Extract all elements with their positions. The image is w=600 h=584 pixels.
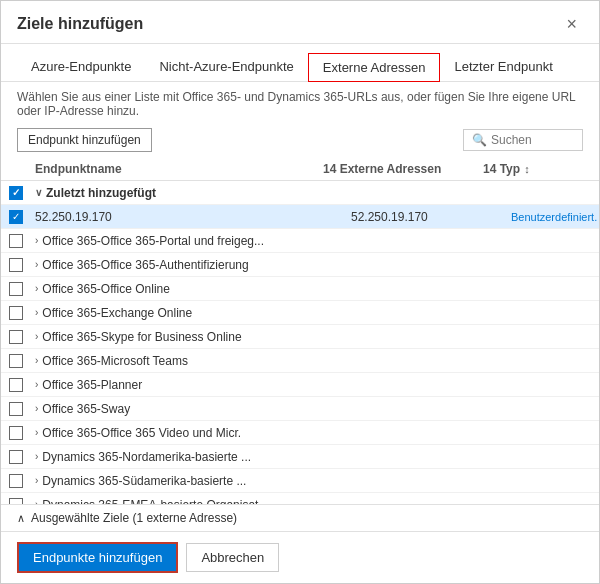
- row-name: › Office 365-Microsoft Teams: [35, 354, 351, 368]
- row-name: › Office 365-Planner: [35, 378, 351, 392]
- list-item[interactable]: › Office 365-Office 365 Video und Micr.: [1, 421, 599, 445]
- table-header: Endpunktname 14 Externe Adressen 14 Typ …: [1, 158, 599, 181]
- close-button[interactable]: ×: [560, 13, 583, 35]
- list-item[interactable]: › Office 365-Office 365-Authentifizierun…: [1, 253, 599, 277]
- chevron-icon: ›: [35, 355, 38, 366]
- row-name: › Dynamics 365-Nordamerika-basierte ...: [35, 450, 351, 464]
- search-input[interactable]: [491, 133, 571, 147]
- list-item[interactable]: › Office 365-Sway: [1, 397, 599, 421]
- row-name: › Office 365-Office 365-Portal und freig…: [35, 234, 351, 248]
- chevron-icon: ›: [35, 331, 38, 342]
- chevron-icon: ›: [35, 475, 38, 486]
- row-name: › Office 365-Office Online: [35, 282, 351, 296]
- chevron-icon: ›: [35, 379, 38, 390]
- tabs-row: Azure-Endpunkte Nicht-Azure-Endpunkte Ex…: [1, 44, 599, 82]
- list-item[interactable]: › Office 365-Planner: [1, 373, 599, 397]
- description-text: Wählen Sie aus einer Liste mit Office 36…: [1, 82, 599, 124]
- checkbox-row1[interactable]: ✓: [9, 210, 23, 224]
- checkbox-row6[interactable]: [9, 330, 23, 344]
- list-item[interactable]: › Office 365-Skype for Business Online: [1, 325, 599, 349]
- search-icon: 🔍: [472, 133, 487, 147]
- dialog-actions: Endpunkte hinzufügen Abbrechen: [1, 532, 599, 583]
- confirm-button[interactable]: Endpunkte hinzufügen: [17, 542, 178, 573]
- checkbox-row5[interactable]: [9, 306, 23, 320]
- tab-extern[interactable]: Externe Adressen: [308, 53, 441, 82]
- list-item[interactable]: › Dynamics 365-Südamerika-basierte ...: [1, 469, 599, 493]
- footer-selected[interactable]: ∧ Ausgewählte Ziele (1 externe Adresse): [1, 505, 599, 532]
- checkbox-group1[interactable]: ✓: [9, 186, 23, 200]
- checkbox-row2[interactable]: [9, 234, 23, 248]
- row-name: › Office 365-Office 365 Video und Micr.: [35, 426, 351, 440]
- add-endpoint-button-toolbar[interactable]: Endpunkt hinzufügen: [17, 128, 152, 152]
- col-name-header: Endpunktname: [35, 162, 323, 176]
- list-item[interactable]: › Office 365-Exchange Online: [1, 301, 599, 325]
- checkbox-row9[interactable]: [9, 402, 23, 416]
- dialog: Ziele hinzufügen × Azure-Endpunkte Nicht…: [0, 0, 600, 584]
- checkbox-row4[interactable]: [9, 282, 23, 296]
- chevron-icon: ∨: [35, 187, 42, 198]
- dialog-header: Ziele hinzufügen ×: [1, 1, 599, 44]
- row-name: ∨ Zuletzt hinzugefügt: [35, 186, 351, 200]
- cancel-button[interactable]: Abbrechen: [186, 543, 279, 572]
- chevron-icon: ›: [35, 427, 38, 438]
- list-item[interactable]: ✓ 52.250.19.170 52.250.19.170 Benutzerde…: [1, 205, 599, 229]
- checkbox-row11[interactable]: [9, 450, 23, 464]
- row-name: › Dynamics 365-EMEA-basierte Organisat..…: [35, 498, 351, 506]
- row-name: › Office 365-Sway: [35, 402, 351, 416]
- list-item[interactable]: › Dynamics 365-Nordamerika-basierte ...: [1, 445, 599, 469]
- list-item[interactable]: › Office 365-Office 365-Portal und freig…: [1, 229, 599, 253]
- list-item[interactable]: › Office 365-Office Online: [1, 277, 599, 301]
- checkbox-row10[interactable]: [9, 426, 23, 440]
- list-item[interactable]: › Office 365-Microsoft Teams: [1, 349, 599, 373]
- tab-nicht-azure[interactable]: Nicht-Azure-Endpunkte: [145, 52, 307, 81]
- list-item[interactable]: › Dynamics 365-EMEA-basierte Organisat..…: [1, 493, 599, 505]
- chevron-icon: ›: [35, 403, 38, 414]
- row-name: › Dynamics 365-Südamerika-basierte ...: [35, 474, 351, 488]
- sort-icon[interactable]: ↕: [524, 163, 530, 175]
- row-name: › Office 365-Exchange Online: [35, 306, 351, 320]
- checkbox-row3[interactable]: [9, 258, 23, 272]
- header-checkbox-col: [9, 162, 35, 176]
- row-name: › Office 365-Office 365-Authentifizierun…: [35, 258, 351, 272]
- list-item[interactable]: ✓ ∨ Zuletzt hinzugefügt: [1, 181, 599, 205]
- tab-azure[interactable]: Azure-Endpunkte: [17, 52, 145, 81]
- footer-chevron-icon: ∧: [17, 512, 25, 525]
- chevron-icon: ›: [35, 235, 38, 246]
- dialog-title: Ziele hinzufügen: [17, 15, 143, 33]
- footer-label: Ausgewählte Ziele (1 externe Adresse): [31, 511, 237, 525]
- chevron-icon: ›: [35, 259, 38, 270]
- checkbox-row8[interactable]: [9, 378, 23, 392]
- checkbox-row12[interactable]: [9, 474, 23, 488]
- toolbar: Endpunkt hinzufügen 🔍: [1, 124, 599, 158]
- list-area[interactable]: ✓ ∨ Zuletzt hinzugefügt ✓ 52.250.19.170 …: [1, 181, 599, 505]
- chevron-icon: ›: [35, 283, 38, 294]
- search-box: 🔍: [463, 129, 583, 151]
- col-typ-header: 14 Typ ↕: [483, 162, 563, 176]
- row-name: › Office 365-Skype for Business Online: [35, 330, 351, 344]
- checkbox-row13[interactable]: [9, 498, 23, 506]
- col-ext-header: 14 Externe Adressen: [323, 162, 483, 176]
- chevron-icon: ›: [35, 307, 38, 318]
- tab-letzter[interactable]: Letzter Endpunkt: [440, 52, 566, 81]
- row-name: 52.250.19.170: [35, 210, 351, 224]
- checkbox-row7[interactable]: [9, 354, 23, 368]
- chevron-icon: ›: [35, 451, 38, 462]
